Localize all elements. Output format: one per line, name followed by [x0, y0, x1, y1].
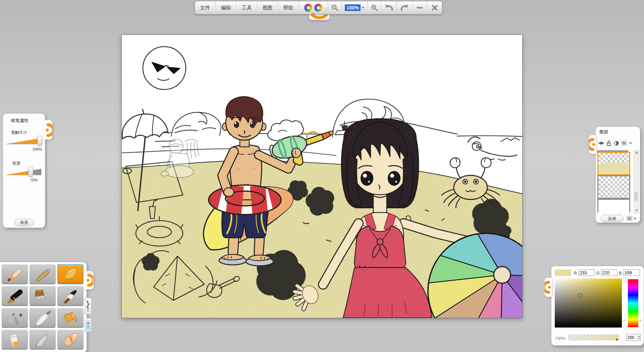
zoom-out-button[interactable]	[328, 1, 342, 14]
alpha-input[interactable]	[627, 334, 637, 341]
scroll-up-icon[interactable]	[635, 152, 638, 154]
ghost-figure	[161, 139, 199, 178]
redo-button[interactable]	[397, 1, 413, 14]
airbrush-icon	[5, 310, 24, 325]
menu-edit[interactable]: 编辑	[216, 1, 236, 14]
menu-file[interactable]: 文件	[195, 1, 216, 14]
tool-paint-roller[interactable]	[57, 308, 84, 328]
zoom-in-button[interactable]	[368, 1, 381, 14]
new-layer-button[interactable]: 新建	[601, 215, 624, 222]
hue-marker-left-icon[interactable]: ▹	[624, 318, 626, 321]
alpha-spinner[interactable]	[637, 334, 640, 341]
plant-stamp-button[interactable]	[85, 298, 92, 314]
tool-palette-handle[interactable]	[85, 271, 94, 290]
canvas[interactable]	[121, 35, 523, 318]
brush-size-label: 笔触大小	[11, 130, 27, 135]
layers-panel-handle[interactable]	[589, 135, 596, 154]
brush-panel-handle[interactable]	[45, 120, 53, 140]
zoom-out-icon	[331, 4, 338, 11]
eye-icon[interactable]	[598, 141, 604, 145]
panel-handle-icon	[589, 135, 596, 154]
tool-fountain-pen[interactable]	[2, 286, 28, 306]
menu-edit-label: 编辑	[221, 5, 231, 11]
tool-paint-jar[interactable]	[2, 330, 28, 350]
menu-help-label: 帮助	[283, 5, 293, 11]
beach-scene	[122, 35, 522, 318]
spin-up-icon[interactable]	[638, 336, 640, 337]
hue-marker-right-icon[interactable]: ◃	[639, 318, 641, 321]
sv-cursor[interactable]	[578, 293, 583, 298]
layers-panel-title: 图层	[599, 129, 608, 135]
softness-slider[interactable]	[6, 167, 42, 177]
alpha-marker-icon[interactable]: ▲	[615, 337, 619, 341]
tool-eraser[interactable]	[57, 330, 84, 350]
menu-tools[interactable]: 工具	[236, 1, 257, 14]
boy-head	[222, 97, 266, 147]
etching-needle-icon	[33, 332, 52, 347]
tool-paint-brush[interactable]	[30, 286, 56, 306]
g-input[interactable]	[601, 270, 618, 276]
menu-tools-label: 工具	[242, 5, 252, 11]
undo-button[interactable]	[381, 1, 397, 14]
hue-slider[interactable]	[628, 279, 638, 327]
minimize-button[interactable]	[413, 1, 427, 14]
palette-knife-icon	[33, 310, 52, 325]
swimmer	[468, 137, 517, 160]
contrast-icon[interactable]	[614, 141, 619, 146]
softness-label: 软度	[12, 161, 20, 166]
tool-ink-brush[interactable]	[57, 286, 84, 306]
tool-etching-needle[interactable]	[30, 330, 56, 350]
alpha-slider[interactable]	[568, 335, 619, 340]
saturation-value-picker[interactable]	[555, 279, 622, 328]
softness-slider-thumb[interactable]	[28, 167, 33, 177]
panel-handle-icon	[45, 120, 52, 139]
tool-sharp-pencil[interactable]	[2, 264, 28, 284]
plant-stamp-icon	[86, 300, 90, 312]
layer-menu-icon[interactable]	[621, 141, 627, 145]
layer-thumb-white[interactable]	[597, 199, 630, 213]
g-label: G:	[596, 271, 601, 276]
main-toolbar: 文件 编辑 工具 视图 帮助 100%	[195, 1, 442, 14]
close-button[interactable]	[427, 1, 442, 14]
zoom-level-value: 100%	[345, 4, 361, 11]
menu-help[interactable]: 帮助	[278, 1, 299, 14]
layer-list-scrollbar[interactable]	[634, 150, 639, 213]
layer-thumb[interactable]	[597, 175, 630, 199]
tool-crayon[interactable]	[57, 264, 84, 284]
r-input[interactable]	[579, 270, 595, 276]
new-layer-button-label: 新建	[608, 216, 616, 222]
spin-down-icon[interactable]	[638, 338, 640, 339]
mascot-logo[interactable]	[299, 1, 328, 14]
softness-value: 70%	[27, 178, 41, 182]
clown-eye-left-icon	[304, 4, 312, 12]
chevron-down-icon[interactable]	[634, 218, 636, 220]
chevron-down-icon[interactable]	[629, 142, 632, 144]
scrollbar-thumb[interactable]	[635, 192, 638, 201]
sun-with-sunglasses	[143, 47, 186, 90]
brush-properties-panel: 蜡笔属性 笔触大小 100% 软度 70% 重置	[3, 113, 45, 228]
zoom-level-combo[interactable]: 100%	[342, 1, 368, 14]
b-input[interactable]	[624, 270, 640, 276]
reset-button[interactable]: 重置	[14, 219, 34, 226]
minimize-icon	[416, 4, 423, 11]
panel-handle-icon	[85, 271, 93, 289]
sea-waves	[122, 99, 522, 160]
brush-size-slider[interactable]	[6, 136, 42, 146]
scroll-down-icon[interactable]	[635, 210, 638, 212]
layers-options-icon[interactable]	[627, 216, 632, 221]
menu-view[interactable]: 视图	[257, 1, 278, 14]
color-panel-handle[interactable]	[544, 278, 552, 297]
layers-panel: 图层 新建	[595, 126, 640, 223]
brush-size-slider-thumb[interactable]	[37, 136, 42, 146]
tool-palette-knife[interactable]	[30, 308, 56, 328]
unlock-icon[interactable]	[606, 140, 611, 146]
current-color-swatch	[555, 270, 571, 276]
paint-jar-icon	[5, 332, 24, 347]
panel-handle-icon	[545, 278, 552, 297]
tool-charcoal-pencil[interactable]	[30, 264, 56, 284]
layer-thumb-selected[interactable]	[597, 152, 630, 175]
picture-stamp-button[interactable]	[85, 318, 92, 332]
clown-nose-icon	[312, 13, 315, 16]
chevron-down-icon	[362, 7, 364, 9]
tool-airbrush[interactable]	[2, 308, 28, 328]
